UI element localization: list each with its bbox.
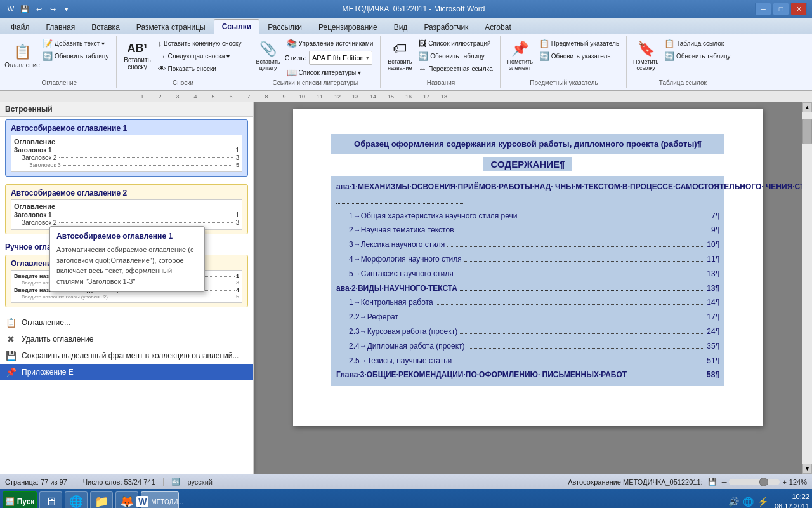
ribbon-group-citations: 📎 Вставить цитату 📚 Управление источника… (251, 36, 381, 88)
manage-sources-label: Управление источниками (299, 40, 374, 47)
toc-auto2-title: Автособираемое оглавление 2 (11, 189, 242, 197)
menu-item-toc[interactable]: 📋 Оглавление... (0, 314, 253, 331)
toc-entry-1-1: 1→Общая характеристика научного стиля ре… (336, 209, 719, 224)
tray-power-icon[interactable]: ⚡ (757, 497, 768, 507)
insert-caption-button[interactable]: 🏷 Вставить название (386, 37, 414, 74)
tab-mailings[interactable]: Рассылки (259, 20, 310, 34)
scrollbar-right[interactable]: ▲ ▼ (802, 102, 812, 474)
dropdown-quick-icon[interactable]: ▾ (61, 3, 72, 15)
scroll-thumb[interactable] (802, 119, 812, 144)
mark-citation-button[interactable]: 🔖 Пометить ссылку (632, 37, 660, 74)
tab-layout[interactable]: Разметка страницы (128, 20, 214, 34)
toc-item-auto1[interactable]: Автособираемое оглавление 1 Оглавление З… (5, 119, 248, 177)
taskbar-icon-word[interactable]: W МЕТОДИ... (141, 491, 179, 508)
toc-group-label: Оглавление (41, 78, 77, 86)
tray-volume-icon[interactable]: 🔊 (728, 497, 739, 507)
mark-citation-label: Пометить ссылку (633, 58, 658, 71)
ribbon-group-footnotes: AB¹ Вставить сноску ↓ Вставить конечную … (118, 36, 249, 88)
clock-time: 10:22 (775, 492, 809, 502)
tooltip-text: Автоматически собираемое оглавление (с з… (56, 244, 198, 286)
tab-view[interactable]: Вид (386, 20, 416, 34)
next-footnote-button[interactable]: → Следующая сноска ▾ (155, 50, 245, 62)
ribbon-tabs: Файл Главная Вставка Разметка страницы С… (0, 18, 812, 34)
maximize-button[interactable]: □ (773, 3, 789, 15)
index-group-content: 📌 Пометить элемент 📋 Предметный указател… (506, 37, 622, 78)
figure-list-button[interactable]: 🖼 Список иллюстраций (415, 37, 495, 49)
toc-entry-ch1: ава·1·МЕХАНИЗМЫ·ОСВОЕНИЯ·ПРИЁМОВ·РАБОТЫ·… (336, 180, 719, 209)
manage-sources-button[interactable]: 📚 Управление источниками (284, 37, 377, 49)
add-text-button[interactable]: 📝 Добавить текст ▾ (39, 37, 112, 49)
update-citation-table-button[interactable]: 🔄 Обновить таблицу (661, 50, 734, 62)
highlighted-menu-icon: 📌 (5, 367, 16, 377)
document-area[interactable]: Образец оформления содержания курсовой р… (254, 102, 802, 474)
zoom-in-button[interactable]: + (782, 478, 786, 486)
show-footnotes-label: Показать сноски (168, 65, 216, 72)
tab-developer[interactable]: Разработчик (416, 20, 476, 34)
insert-endnote-button[interactable]: ↓ Вставить конечную сноску (155, 37, 245, 49)
tab-file[interactable]: Файл (3, 20, 38, 34)
highlighted-menu-item[interactable]: 📌 Приложение Е (0, 364, 253, 380)
update-index-button[interactable]: 🔄 Обновить указатель (536, 50, 622, 62)
figure-list-icon: 🖼 (418, 39, 426, 48)
insert-footnote-button[interactable]: AB¹ Вставить сноску (122, 37, 154, 74)
update-toc-button[interactable]: 🔄 Обновить таблицу (39, 50, 112, 62)
close-button[interactable]: ✕ (790, 3, 807, 15)
menu-item-delete-toc[interactable]: ✖ Удалить оглавление (0, 331, 253, 347)
taskbar-icon-folder[interactable]: 📁 (90, 491, 113, 508)
bibliography-button[interactable]: 📖 Список литературы ▾ (284, 67, 377, 78)
footnotes-group-label: Сноски (173, 78, 193, 86)
status-spelling-icon: 🔤 (171, 478, 180, 486)
save-quick-icon[interactable]: 💾 (19, 3, 30, 15)
mark-entry-button[interactable]: 📌 Пометить элемент (506, 37, 535, 74)
clock-date: 06.12.2011 (775, 502, 809, 508)
toc-entry-2-4: 2.4→Дипломная работа (проект) 35¶ (336, 339, 719, 354)
scroll-down-button[interactable]: ▼ (802, 464, 812, 474)
add-text-icon: 📝 (43, 39, 53, 48)
start-button[interactable]: 🪟 Пуск (3, 491, 37, 508)
status-bar: Страница: 77 из 97 Число слов: 53/24 741… (0, 474, 812, 489)
toc2-preview-row1: Заголовок 11 (14, 211, 239, 218)
figure-list-label: Список иллюстраций (428, 40, 490, 47)
undo-quick-icon[interactable]: ↩ (33, 3, 44, 15)
window-title: МЕТОДИЧКА_05122011 - Microsoft Word (72, 4, 755, 13)
mark-entry-label: Пометить элемент (508, 58, 533, 71)
style-dropdown[interactable]: APA Fifth Edition ▾ (309, 51, 372, 65)
tab-review[interactable]: Рецензирование (310, 20, 386, 34)
zoom-out-button[interactable]: ─ (722, 478, 727, 486)
taskbar-icon-firefox[interactable]: 🦊 (115, 491, 138, 508)
insert-citation-label: Вставить цитату (256, 58, 280, 71)
update-table-icon: 🔄 (418, 51, 428, 61)
ribbon-group-toc: 📋 Оглавление 📝 Добавить текст ▾ 🔄 Обнови… (3, 36, 117, 88)
tab-insert[interactable]: Вставка (83, 20, 128, 34)
status-sep2 (163, 478, 164, 486)
cross-reference-button[interactable]: ↔ Перекрестная ссылка (415, 63, 495, 74)
tab-acrobat[interactable]: Acrobat (476, 20, 519, 34)
insert-citation-button[interactable]: 📎 Вставить цитату (254, 37, 282, 74)
menu-item-save-toc[interactable]: 💾 Сохранить выделенный фрагмент в коллек… (0, 347, 253, 364)
update-table-button[interactable]: 🔄 Обновить таблицу (415, 50, 495, 62)
citation-table-button[interactable]: 📋 Таблица ссылок (661, 37, 734, 49)
taskbar-icon-monitor[interactable]: 🖥 (39, 491, 62, 508)
toc-group-content: 📋 Оглавление 📝 Добавить текст ▾ 🔄 Обнови… (6, 37, 112, 78)
minimize-button[interactable]: ─ (755, 3, 771, 15)
tray-network-icon[interactable]: 🌐 (743, 497, 754, 507)
update-citation-table-icon: 🔄 (664, 51, 674, 61)
scroll-up-button[interactable]: ▲ (802, 102, 812, 112)
zoom-slider[interactable] (729, 479, 780, 485)
tab-home[interactable]: Главная (38, 20, 84, 34)
index-button[interactable]: 📋 Предметный указатель (536, 37, 622, 49)
toc-big-button[interactable]: 📋 Оглавление (6, 37, 38, 74)
toc-entry-1-3: 3→Лексика научного стиля 10¶ (336, 237, 719, 252)
highlighted-menu-label: Приложение Е (22, 368, 74, 377)
manual-row4: Введите название главы (уровень 2).5 (14, 293, 239, 300)
ribbon-group-captions: 🏷 Вставить название 🖼 Список иллюстраций… (382, 36, 500, 88)
show-footnotes-button[interactable]: 👁 Показать сноски (155, 63, 245, 74)
main-area: Встроенный Автособираемое оглавление 1 О… (0, 102, 812, 474)
redo-quick-icon[interactable]: ↪ (47, 3, 58, 15)
tab-references[interactable]: Ссылки (214, 19, 259, 34)
zoom-thumb[interactable] (759, 478, 768, 486)
taskbar-icon-ie[interactable]: 🌐 (65, 491, 88, 508)
scroll-track (802, 112, 812, 464)
content-heading: СОДЕРЖАНИЕ¶ (483, 157, 573, 171)
toc-big-icon: 📋 (14, 44, 31, 60)
